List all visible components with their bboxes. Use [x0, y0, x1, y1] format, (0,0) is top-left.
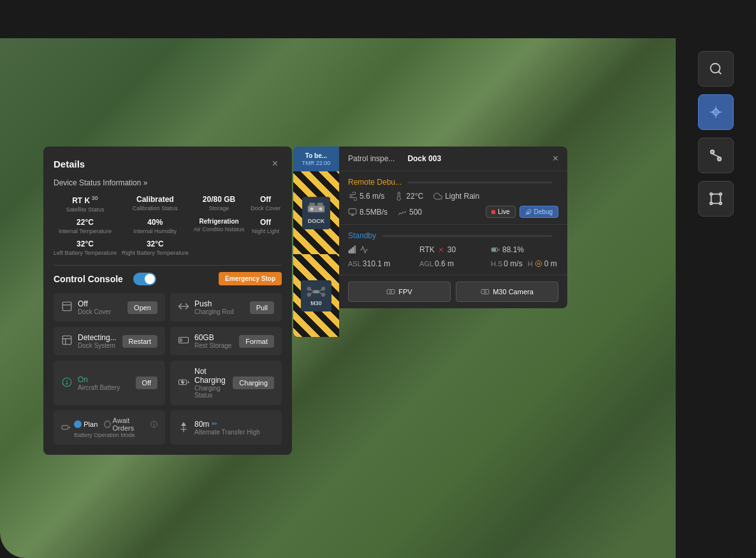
asl-cell: ASL 310.1 m: [348, 259, 416, 268]
details-close-button[interactable]: ×: [268, 157, 282, 171]
live-debug-buttons: Live Debug: [486, 206, 558, 218]
charging-status-icon: [178, 376, 189, 390]
dock-system-restart-button[interactable]: Restart: [122, 335, 157, 348]
rtk-cell: RTK 30: [419, 245, 487, 254]
dock-system-icon: [61, 334, 73, 348]
battery-mode-info-icon[interactable]: ⓘ: [150, 420, 157, 429]
svg-rect-10: [62, 302, 71, 311]
control-grid: Off Dock Cover Open: [54, 293, 282, 405]
svg-rect-5: [711, 194, 721, 204]
dock-label: DOCK: [308, 218, 325, 224]
asl-value: 310.1 m: [363, 259, 390, 268]
status-ac: Refrigeration Air Conditio Nstatus: [194, 218, 245, 234]
svg-point-30: [310, 207, 313, 210]
warning-stripe: DOCK: [293, 171, 339, 254]
device-status-grid: RT K 30 Satellite Status Calibrated Cali…: [54, 195, 282, 256]
charging-status-button[interactable]: Charging: [233, 376, 274, 389]
download-speed-value: 8.5MB/s: [360, 208, 388, 217]
svg-line-4: [713, 154, 720, 157]
rtk-value: 30: [447, 245, 456, 254]
svg-point-34: [307, 292, 311, 296]
waypoint-button[interactable]: [698, 94, 734, 130]
tobe-tab[interactable]: To be... TMR 22:00: [293, 147, 339, 171]
search-button[interactable]: [698, 51, 734, 87]
tab-patrol-inspect[interactable]: Patrol inspe...: [348, 154, 395, 163]
transfer-height-value: 80m: [194, 420, 209, 429]
svg-rect-58: [481, 290, 489, 294]
aircraft-battery-card: On Aircraft Battery Off: [54, 361, 165, 405]
svg-rect-53: [492, 248, 495, 251]
live-button[interactable]: Live: [486, 206, 515, 218]
wind-speed-value: 5.6 m/s: [360, 192, 384, 201]
dock-cover-card: Off Dock Cover Open: [54, 293, 165, 322]
status-internal-temp: 22°C Internal Temperature: [54, 218, 117, 234]
m30-label: M30: [310, 300, 322, 306]
status-satellite: RT K 30 Satellite Status: [54, 195, 117, 213]
console-toggle[interactable]: [133, 273, 156, 285]
await-orders-label: Await Orders: [113, 417, 144, 432]
dock-info-section: Remote Debu... 5.6 m/s 22°C: [339, 171, 567, 225]
dock-system-card: Detecting... Dock System Restart: [54, 327, 165, 355]
patrol-panel-close-button[interactable]: ×: [553, 153, 558, 164]
control-console-header: Control Console Emergency Stop: [54, 272, 282, 285]
svg-rect-48: [354, 246, 356, 253]
area-button[interactable]: [698, 181, 734, 217]
signal-strength-value: 500: [409, 208, 422, 217]
debug-button[interactable]: Debug: [520, 206, 558, 218]
weather-value: Light Rain: [445, 192, 479, 201]
status-left-battery-temp: 32°C Left Battery Temperature: [54, 240, 117, 256]
m30-camera-button[interactable]: M30 Camera: [456, 282, 558, 302]
svg-rect-56: [387, 290, 395, 294]
download-speed-cell: 8.5MB/s: [348, 208, 388, 217]
svg-point-7: [720, 193, 722, 196]
svg-point-32: [307, 287, 311, 290]
svg-point-9: [720, 203, 722, 205]
fpv-button[interactable]: FPV: [348, 282, 451, 302]
transfer-height-edit-icon[interactable]: ✏: [212, 420, 217, 428]
battery-value: 88.1%: [502, 245, 524, 254]
charging-rod-pull-button[interactable]: Pull: [250, 301, 274, 314]
svg-rect-36: [313, 290, 319, 293]
svg-point-59: [484, 290, 486, 293]
svg-point-57: [390, 290, 393, 293]
device-status-title: Device Status Information »: [54, 178, 282, 187]
svg-text:H: H: [537, 262, 540, 266]
svg-rect-45: [349, 250, 350, 253]
tablet-frame: Details × Device Status Information » RT…: [0, 0, 756, 558]
details-panel: Details × Device Status Information » RT…: [43, 147, 292, 455]
transfer-height-card: 80m ✏ Alternate Transfer High: [170, 410, 282, 445]
weather-cell: Light Rain: [433, 192, 479, 201]
storage-card: 60GB Rest Storage Format: [170, 327, 282, 355]
svg-rect-17: [180, 339, 182, 342]
battery-cell: 88.1%: [491, 245, 558, 254]
signal-strength-cell: 500: [398, 208, 422, 217]
charging-rod-card: Push Charging Rod Pull: [170, 293, 282, 322]
svg-rect-47: [353, 248, 354, 254]
patrol-panel-header: Patrol inspe... Dock 003 ×: [339, 147, 567, 171]
svg-point-31: [319, 207, 322, 210]
tab-dock-003[interactable]: Dock 003: [407, 154, 441, 163]
storage-format-button[interactable]: Format: [239, 335, 274, 348]
svg-rect-46: [351, 249, 352, 253]
svg-rect-23: [62, 426, 68, 429]
emergency-stop-button[interactable]: Emergency Stop: [219, 272, 282, 285]
dock-cover-open-button[interactable]: Open: [127, 301, 157, 314]
route-button[interactable]: [698, 138, 734, 173]
status-right-battery-temp: 32°C Right Battery Temperature: [122, 240, 189, 256]
remote-debug-label: Remote Debu...: [348, 178, 402, 187]
svg-point-35: [321, 292, 325, 296]
aircraft-battery-off-button[interactable]: Off: [136, 376, 157, 389]
svg-point-20: [66, 383, 68, 384]
charging-status-card: Not Charging Charging Status Charging: [170, 361, 282, 405]
storage-icon: [178, 334, 189, 348]
battery-mode-label: Battery Operation Mode: [74, 432, 157, 438]
live-dot: [491, 210, 495, 214]
drone-stats-row1: RTK 30 88.1%: [348, 245, 558, 254]
svg-point-2: [711, 150, 715, 154]
drone-stats-row2: ASL 310.1 m AGL 0.6 m H.S 0 m/s H H 0 m: [348, 259, 558, 268]
status-calibration: Calibrated Calibration Status: [122, 195, 189, 213]
drone-area-strip: M30: [293, 254, 339, 337]
details-panel-header: Details ×: [54, 157, 282, 171]
top-bar: [0, 0, 676, 38]
hs-value: 0 m/s: [504, 259, 522, 268]
